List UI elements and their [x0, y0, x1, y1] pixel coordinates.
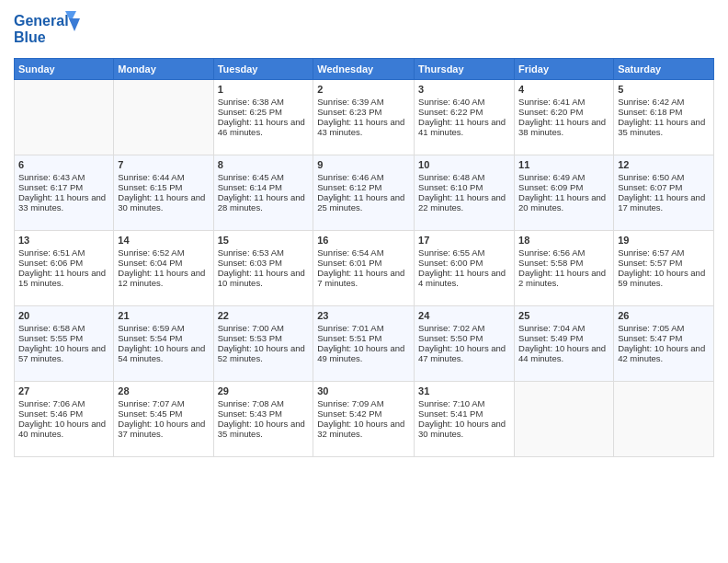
- sunset-text: Sunset: 6:00 PM: [418, 258, 510, 268]
- calendar-cell: [15, 80, 114, 155]
- daylight-text: Daylight: 10 hours and 35 minutes.: [218, 419, 310, 439]
- day-of-week-tuesday: Tuesday: [213, 59, 313, 80]
- day-of-week-wednesday: Wednesday: [313, 59, 415, 80]
- calendar-cell: [515, 382, 614, 457]
- sunrise-text: Sunrise: 6:41 AM: [518, 97, 609, 107]
- daylight-text: Daylight: 10 hours and 57 minutes.: [18, 343, 109, 363]
- day-number: 12: [618, 159, 710, 170]
- daylight-text: Daylight: 11 hours and 17 minutes.: [618, 192, 710, 213]
- day-number: 8: [218, 159, 310, 170]
- days-of-week-row: SundayMondayTuesdayWednesdayThursdayFrid…: [15, 59, 714, 80]
- sunrise-text: Sunrise: 6:43 AM: [18, 172, 109, 182]
- sunrise-text: Sunrise: 6:44 AM: [118, 172, 209, 182]
- sunset-text: Sunset: 5:54 PM: [118, 333, 209, 343]
- sunset-text: Sunset: 5:45 PM: [118, 408, 209, 419]
- day-of-week-sunday: Sunday: [15, 59, 114, 80]
- sunrise-text: Sunrise: 7:06 AM: [18, 398, 109, 408]
- calendar-cell: 27Sunrise: 7:06 AMSunset: 5:46 PMDayligh…: [15, 382, 114, 457]
- sunset-text: Sunset: 5:42 PM: [317, 408, 410, 419]
- day-number: 7: [118, 159, 209, 170]
- daylight-text: Daylight: 11 hours and 38 minutes.: [518, 117, 609, 137]
- day-number: 13: [18, 235, 109, 246]
- daylight-text: Daylight: 11 hours and 22 minutes.: [418, 192, 510, 213]
- sunrise-text: Sunrise: 7:00 AM: [218, 323, 310, 333]
- week-row-4: 20Sunrise: 6:58 AMSunset: 5:55 PMDayligh…: [15, 306, 714, 382]
- logo-svg: General Blue: [14, 9, 83, 51]
- sunrise-text: Sunrise: 7:05 AM: [618, 323, 710, 333]
- day-number: 2: [317, 84, 410, 95]
- daylight-text: Daylight: 11 hours and 20 minutes.: [518, 192, 609, 213]
- daylight-text: Daylight: 10 hours and 44 minutes.: [518, 343, 609, 363]
- daylight-text: Daylight: 11 hours and 15 minutes.: [18, 268, 109, 288]
- calendar-cell: 20Sunrise: 6:58 AMSunset: 5:55 PMDayligh…: [15, 306, 114, 382]
- sunset-text: Sunset: 6:12 PM: [317, 182, 410, 192]
- sunrise-text: Sunrise: 7:09 AM: [317, 398, 410, 408]
- day-number: 26: [618, 310, 710, 321]
- sunrise-text: Sunrise: 6:56 AM: [518, 247, 609, 258]
- daylight-text: Daylight: 11 hours and 35 minutes.: [618, 117, 710, 137]
- day-of-week-thursday: Thursday: [415, 59, 515, 80]
- daylight-text: Daylight: 10 hours and 32 minutes.: [317, 419, 410, 439]
- sunset-text: Sunset: 5:51 PM: [317, 333, 410, 343]
- calendar-cell: 11Sunrise: 6:49 AMSunset: 6:09 PMDayligh…: [515, 155, 614, 231]
- calendar-cell: 17Sunrise: 6:55 AMSunset: 6:00 PMDayligh…: [415, 231, 515, 306]
- day-number: 30: [317, 385, 410, 396]
- sunset-text: Sunset: 5:49 PM: [518, 333, 609, 343]
- logo: General Blue: [14, 9, 83, 51]
- day-number: 5: [618, 84, 710, 95]
- calendar-cell: 25Sunrise: 7:04 AMSunset: 5:49 PMDayligh…: [515, 306, 614, 382]
- calendar-cell: 26Sunrise: 7:05 AMSunset: 5:47 PMDayligh…: [614, 306, 714, 382]
- sunset-text: Sunset: 5:47 PM: [618, 333, 710, 343]
- day-number: 15: [218, 235, 310, 246]
- daylight-text: Daylight: 11 hours and 7 minutes.: [317, 268, 410, 288]
- calendar-cell: 23Sunrise: 7:01 AMSunset: 5:51 PMDayligh…: [313, 306, 415, 382]
- day-number: 18: [518, 235, 609, 246]
- calendar-cell: 2Sunrise: 6:39 AMSunset: 6:23 PMDaylight…: [313, 80, 415, 155]
- svg-marker-3: [69, 18, 80, 31]
- day-number: 24: [418, 310, 510, 321]
- sunset-text: Sunset: 5:58 PM: [518, 258, 609, 268]
- sunset-text: Sunset: 5:53 PM: [218, 333, 310, 343]
- daylight-text: Daylight: 10 hours and 42 minutes.: [618, 343, 710, 363]
- calendar-cell: [614, 382, 714, 457]
- daylight-text: Daylight: 10 hours and 54 minutes.: [118, 343, 209, 363]
- day-number: 22: [218, 310, 310, 321]
- sunrise-text: Sunrise: 6:46 AM: [317, 172, 410, 182]
- sunset-text: Sunset: 6:07 PM: [618, 182, 710, 192]
- sunset-text: Sunset: 6:17 PM: [18, 182, 109, 192]
- calendar-cell: 14Sunrise: 6:52 AMSunset: 6:04 PMDayligh…: [114, 231, 213, 306]
- day-number: 1: [218, 84, 310, 95]
- sunrise-text: Sunrise: 6:57 AM: [618, 247, 710, 258]
- sunset-text: Sunset: 6:20 PM: [518, 107, 609, 117]
- daylight-text: Daylight: 10 hours and 52 minutes.: [218, 343, 310, 363]
- calendar-cell: [114, 80, 213, 155]
- daylight-text: Daylight: 11 hours and 33 minutes.: [18, 192, 109, 213]
- day-number: 21: [118, 310, 209, 321]
- calendar-cell: 6Sunrise: 6:43 AMSunset: 6:17 PMDaylight…: [15, 155, 114, 231]
- daylight-text: Daylight: 10 hours and 47 minutes.: [418, 343, 510, 363]
- calendar-cell: 8Sunrise: 6:45 AMSunset: 6:14 PMDaylight…: [213, 155, 313, 231]
- day-number: 31: [418, 385, 510, 396]
- sunset-text: Sunset: 6:10 PM: [418, 182, 510, 192]
- day-number: 11: [518, 159, 609, 170]
- sunset-text: Sunset: 6:22 PM: [418, 107, 510, 117]
- daylight-text: Daylight: 11 hours and 25 minutes.: [317, 192, 410, 213]
- day-number: 19: [618, 235, 710, 246]
- header: General Blue: [14, 9, 714, 51]
- sunrise-text: Sunrise: 6:54 AM: [317, 247, 410, 258]
- sunset-text: Sunset: 6:14 PM: [218, 182, 310, 192]
- daylight-text: Daylight: 10 hours and 49 minutes.: [317, 343, 410, 363]
- day-number: 28: [118, 385, 209, 396]
- sunrise-text: Sunrise: 7:08 AM: [218, 398, 310, 408]
- sunrise-text: Sunrise: 6:38 AM: [218, 97, 310, 107]
- sunset-text: Sunset: 6:09 PM: [518, 182, 609, 192]
- day-number: 16: [317, 235, 410, 246]
- calendar-cell: 13Sunrise: 6:51 AMSunset: 6:06 PMDayligh…: [15, 231, 114, 306]
- calendar-cell: 7Sunrise: 6:44 AMSunset: 6:15 PMDaylight…: [114, 155, 213, 231]
- sunrise-text: Sunrise: 6:49 AM: [518, 172, 609, 182]
- sunrise-text: Sunrise: 6:42 AM: [618, 97, 710, 107]
- daylight-text: Daylight: 10 hours and 30 minutes.: [418, 419, 510, 439]
- daylight-text: Daylight: 11 hours and 2 minutes.: [518, 268, 609, 288]
- sunrise-text: Sunrise: 6:39 AM: [317, 97, 410, 107]
- sunset-text: Sunset: 6:06 PM: [18, 258, 109, 268]
